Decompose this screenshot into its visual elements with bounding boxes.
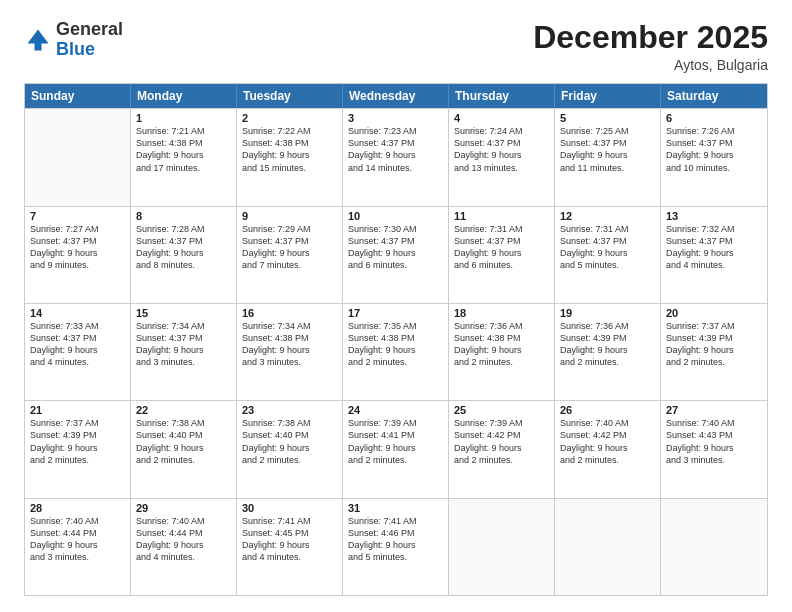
weekday-header: Thursday <box>449 84 555 108</box>
calendar-cell: 27Sunrise: 7:40 AM Sunset: 4:43 PM Dayli… <box>661 401 767 497</box>
day-number: 21 <box>30 404 125 416</box>
day-number: 8 <box>136 210 231 222</box>
cell-info: Sunrise: 7:27 AM Sunset: 4:37 PM Dayligh… <box>30 223 125 272</box>
cell-info: Sunrise: 7:21 AM Sunset: 4:38 PM Dayligh… <box>136 125 231 174</box>
day-number: 14 <box>30 307 125 319</box>
day-number: 26 <box>560 404 655 416</box>
calendar-cell <box>555 499 661 595</box>
cell-info: Sunrise: 7:39 AM Sunset: 4:41 PM Dayligh… <box>348 417 443 466</box>
calendar-cell: 25Sunrise: 7:39 AM Sunset: 4:42 PM Dayli… <box>449 401 555 497</box>
weekday-header: Friday <box>555 84 661 108</box>
header: General Blue December 2025 Aytos, Bulgar… <box>24 20 768 73</box>
day-number: 20 <box>666 307 762 319</box>
calendar-cell: 3Sunrise: 7:23 AM Sunset: 4:37 PM Daylig… <box>343 109 449 205</box>
svg-marker-0 <box>28 29 49 50</box>
cell-info: Sunrise: 7:35 AM Sunset: 4:38 PM Dayligh… <box>348 320 443 369</box>
day-number: 30 <box>242 502 337 514</box>
cell-info: Sunrise: 7:33 AM Sunset: 4:37 PM Dayligh… <box>30 320 125 369</box>
calendar-cell: 4Sunrise: 7:24 AM Sunset: 4:37 PM Daylig… <box>449 109 555 205</box>
day-number: 19 <box>560 307 655 319</box>
weekday-header: Saturday <box>661 84 767 108</box>
day-number: 11 <box>454 210 549 222</box>
month-title: December 2025 <box>533 20 768 55</box>
calendar-row: 28Sunrise: 7:40 AM Sunset: 4:44 PM Dayli… <box>25 498 767 595</box>
cell-info: Sunrise: 7:29 AM Sunset: 4:37 PM Dayligh… <box>242 223 337 272</box>
cell-info: Sunrise: 7:37 AM Sunset: 4:39 PM Dayligh… <box>666 320 762 369</box>
cell-info: Sunrise: 7:41 AM Sunset: 4:46 PM Dayligh… <box>348 515 443 564</box>
day-number: 13 <box>666 210 762 222</box>
calendar-cell: 31Sunrise: 7:41 AM Sunset: 4:46 PM Dayli… <box>343 499 449 595</box>
calendar-cell: 15Sunrise: 7:34 AM Sunset: 4:37 PM Dayli… <box>131 304 237 400</box>
day-number: 7 <box>30 210 125 222</box>
cell-info: Sunrise: 7:40 AM Sunset: 4:42 PM Dayligh… <box>560 417 655 466</box>
logo-text: General Blue <box>56 20 123 60</box>
cell-info: Sunrise: 7:40 AM Sunset: 4:44 PM Dayligh… <box>30 515 125 564</box>
day-number: 12 <box>560 210 655 222</box>
logo-icon <box>24 26 52 54</box>
title-block: December 2025 Aytos, Bulgaria <box>533 20 768 73</box>
cell-info: Sunrise: 7:38 AM Sunset: 4:40 PM Dayligh… <box>242 417 337 466</box>
calendar-cell <box>449 499 555 595</box>
calendar-cell: 17Sunrise: 7:35 AM Sunset: 4:38 PM Dayli… <box>343 304 449 400</box>
calendar-header: SundayMondayTuesdayWednesdayThursdayFrid… <box>25 84 767 108</box>
cell-info: Sunrise: 7:26 AM Sunset: 4:37 PM Dayligh… <box>666 125 762 174</box>
day-number: 3 <box>348 112 443 124</box>
calendar-cell: 26Sunrise: 7:40 AM Sunset: 4:42 PM Dayli… <box>555 401 661 497</box>
logo: General Blue <box>24 20 123 60</box>
cell-info: Sunrise: 7:36 AM Sunset: 4:39 PM Dayligh… <box>560 320 655 369</box>
day-number: 18 <box>454 307 549 319</box>
day-number: 9 <box>242 210 337 222</box>
cell-info: Sunrise: 7:32 AM Sunset: 4:37 PM Dayligh… <box>666 223 762 272</box>
weekday-header: Wednesday <box>343 84 449 108</box>
calendar-cell: 13Sunrise: 7:32 AM Sunset: 4:37 PM Dayli… <box>661 207 767 303</box>
calendar-cell: 6Sunrise: 7:26 AM Sunset: 4:37 PM Daylig… <box>661 109 767 205</box>
day-number: 23 <box>242 404 337 416</box>
cell-info: Sunrise: 7:25 AM Sunset: 4:37 PM Dayligh… <box>560 125 655 174</box>
cell-info: Sunrise: 7:40 AM Sunset: 4:44 PM Dayligh… <box>136 515 231 564</box>
calendar-cell: 8Sunrise: 7:28 AM Sunset: 4:37 PM Daylig… <box>131 207 237 303</box>
cell-info: Sunrise: 7:30 AM Sunset: 4:37 PM Dayligh… <box>348 223 443 272</box>
weekday-header: Sunday <box>25 84 131 108</box>
calendar-cell: 10Sunrise: 7:30 AM Sunset: 4:37 PM Dayli… <box>343 207 449 303</box>
day-number: 24 <box>348 404 443 416</box>
calendar-body: 1Sunrise: 7:21 AM Sunset: 4:38 PM Daylig… <box>25 108 767 595</box>
day-number: 15 <box>136 307 231 319</box>
cell-info: Sunrise: 7:28 AM Sunset: 4:37 PM Dayligh… <box>136 223 231 272</box>
calendar-cell: 21Sunrise: 7:37 AM Sunset: 4:39 PM Dayli… <box>25 401 131 497</box>
cell-info: Sunrise: 7:36 AM Sunset: 4:38 PM Dayligh… <box>454 320 549 369</box>
calendar-cell: 29Sunrise: 7:40 AM Sunset: 4:44 PM Dayli… <box>131 499 237 595</box>
calendar-cell: 20Sunrise: 7:37 AM Sunset: 4:39 PM Dayli… <box>661 304 767 400</box>
day-number: 25 <box>454 404 549 416</box>
cell-info: Sunrise: 7:31 AM Sunset: 4:37 PM Dayligh… <box>560 223 655 272</box>
day-number: 16 <box>242 307 337 319</box>
calendar-cell: 18Sunrise: 7:36 AM Sunset: 4:38 PM Dayli… <box>449 304 555 400</box>
calendar-row: 1Sunrise: 7:21 AM Sunset: 4:38 PM Daylig… <box>25 108 767 205</box>
calendar-cell: 12Sunrise: 7:31 AM Sunset: 4:37 PM Dayli… <box>555 207 661 303</box>
day-number: 10 <box>348 210 443 222</box>
calendar-cell <box>25 109 131 205</box>
cell-info: Sunrise: 7:34 AM Sunset: 4:37 PM Dayligh… <box>136 320 231 369</box>
calendar-row: 21Sunrise: 7:37 AM Sunset: 4:39 PM Dayli… <box>25 400 767 497</box>
day-number: 28 <box>30 502 125 514</box>
location-subtitle: Aytos, Bulgaria <box>533 57 768 73</box>
calendar-cell: 9Sunrise: 7:29 AM Sunset: 4:37 PM Daylig… <box>237 207 343 303</box>
calendar-cell: 28Sunrise: 7:40 AM Sunset: 4:44 PM Dayli… <box>25 499 131 595</box>
day-number: 17 <box>348 307 443 319</box>
day-number: 6 <box>666 112 762 124</box>
calendar-cell: 1Sunrise: 7:21 AM Sunset: 4:38 PM Daylig… <box>131 109 237 205</box>
calendar-cell: 16Sunrise: 7:34 AM Sunset: 4:38 PM Dayli… <box>237 304 343 400</box>
calendar-cell: 7Sunrise: 7:27 AM Sunset: 4:37 PM Daylig… <box>25 207 131 303</box>
calendar-cell: 11Sunrise: 7:31 AM Sunset: 4:37 PM Dayli… <box>449 207 555 303</box>
cell-info: Sunrise: 7:37 AM Sunset: 4:39 PM Dayligh… <box>30 417 125 466</box>
calendar-cell: 22Sunrise: 7:38 AM Sunset: 4:40 PM Dayli… <box>131 401 237 497</box>
calendar-cell <box>661 499 767 595</box>
day-number: 2 <box>242 112 337 124</box>
calendar-cell: 30Sunrise: 7:41 AM Sunset: 4:45 PM Dayli… <box>237 499 343 595</box>
day-number: 22 <box>136 404 231 416</box>
page: General Blue December 2025 Aytos, Bulgar… <box>0 0 792 612</box>
calendar-cell: 24Sunrise: 7:39 AM Sunset: 4:41 PM Dayli… <box>343 401 449 497</box>
cell-info: Sunrise: 7:31 AM Sunset: 4:37 PM Dayligh… <box>454 223 549 272</box>
day-number: 31 <box>348 502 443 514</box>
calendar-cell: 23Sunrise: 7:38 AM Sunset: 4:40 PM Dayli… <box>237 401 343 497</box>
weekday-header: Monday <box>131 84 237 108</box>
